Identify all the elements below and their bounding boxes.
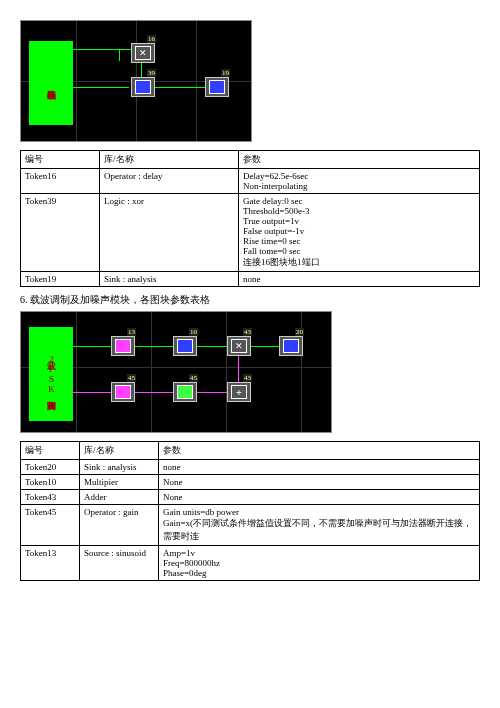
cell: Sink : analysis <box>100 272 239 287</box>
table-row: Token19 Sink : analysis none <box>21 272 480 287</box>
table-row: Token16 Operator : delay Delay=62.5e-6se… <box>21 169 480 194</box>
cell: Token10 <box>21 475 80 490</box>
block-xor: 39 <box>131 77 155 97</box>
block-adder: 43 <box>227 382 251 402</box>
block-delay: 16 <box>131 43 155 63</box>
cell: none <box>239 272 480 287</box>
block-gain: 45 <box>173 382 197 402</box>
cell: Token13 <box>21 546 80 581</box>
table-row: Token20 Sink : analysis none <box>21 460 480 475</box>
table-2psk-params: 编号 库/名称 参数 Token20 Sink : analysis none … <box>20 441 480 581</box>
block-sink20: 20 <box>279 336 303 356</box>
diagram-2psk-noise: 载波2PSK调制及加噪声 13 10 43 20 45 45 43 <box>20 311 332 433</box>
table-row: Token45 Operator : gain Gain units=db po… <box>21 505 480 546</box>
block-adder-top: 43 <box>227 336 251 356</box>
caption-2psk: 6. 载波调制及加噪声模块，各图块参数表格 <box>20 293 480 307</box>
cell: Operator : gain <box>80 505 159 546</box>
cell: Token45 <box>21 505 80 546</box>
cell: Logic : xor <box>100 194 239 272</box>
diagram-diff-encode: 差分编码模块 39 16 19 <box>20 20 252 142</box>
cell: Token16 <box>21 169 100 194</box>
cell: Source : sinusoid <box>80 546 159 581</box>
cell: Delay=62.5e-6sec Non-interpolating <box>239 169 480 194</box>
table-row: Token13 Source : sinusoid Amp=1v Freq=80… <box>21 546 480 581</box>
block-sink: 19 <box>205 77 229 97</box>
table-row: Token10 Multipier None <box>21 475 480 490</box>
cell: Multipier <box>80 475 159 490</box>
cell: Amp=1v Freq=800000hz Phase=0deg <box>159 546 480 581</box>
t1-h1: 库/名称 <box>100 151 239 169</box>
table-diff-encode-params: 编号 库/名称 参数 Token16 Operator : delay Dela… <box>20 150 480 287</box>
t2-h0: 编号 <box>21 442 80 460</box>
t2-h2: 参数 <box>159 442 480 460</box>
cell: None <box>159 490 480 505</box>
cell: None <box>159 475 480 490</box>
block-source: 13 <box>111 336 135 356</box>
table-row: Token39 Logic : xor Gate delay:0 sec Thr… <box>21 194 480 272</box>
diagram2-label: 载波2PSK调制及加噪声 <box>29 327 73 421</box>
block-noise-src: 45 <box>111 382 135 402</box>
cell: Token39 <box>21 194 100 272</box>
cell: Operator : delay <box>100 169 239 194</box>
cell: Token20 <box>21 460 80 475</box>
diagram1-label: 差分编码模块 <box>29 41 73 125</box>
cell: Gate delay:0 sec Threshold=500e-3 True o… <box>239 194 480 272</box>
cell: Token19 <box>21 272 100 287</box>
cell: Adder <box>80 490 159 505</box>
t1-h2: 参数 <box>239 151 480 169</box>
cell: Sink : analysis <box>80 460 159 475</box>
cell: Token43 <box>21 490 80 505</box>
table-row: Token43 Adder None <box>21 490 480 505</box>
t2-h1: 库/名称 <box>80 442 159 460</box>
t1-h0: 编号 <box>21 151 100 169</box>
cell: none <box>159 460 480 475</box>
cell: Gain units=db power Gain=x(不同测试条件增益值设置不同… <box>159 505 480 546</box>
block-mult: 10 <box>173 336 197 356</box>
